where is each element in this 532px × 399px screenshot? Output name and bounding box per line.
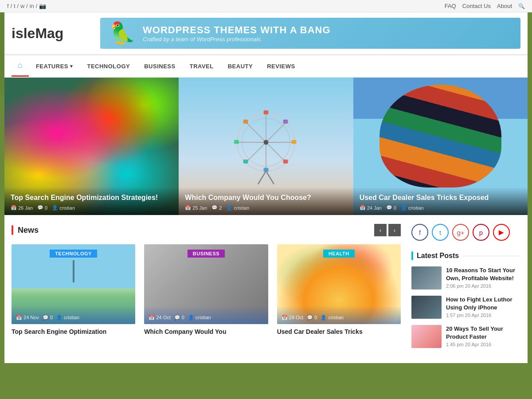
news-grid: TECHNOLOGY 📅 24 Nov 💬 0 (12, 244, 401, 336)
news-img-2: BUSINESS 📅 24 Oct 💬 0 👤 cristian (144, 244, 268, 324)
sidebar-pinterest-btn[interactable]: p (473, 224, 489, 241)
search-icon[interactable]: 🔍 (518, 3, 525, 9)
sidebar-social: f t g+ p ▶ (411, 224, 520, 241)
latest-post-title-3: 20 Ways To Sell Your Product Faster (446, 325, 520, 340)
news-card-title-2: Which Company Would You (144, 328, 268, 336)
banner-headline: WORDPRESS THEMES WITH A BANG (143, 24, 331, 36)
sidebar: f t g+ p ▶ Latest Posts 10 Reasons To (401, 224, 520, 354)
facebook-icon[interactable]: f (7, 3, 9, 9)
news-title-bar (12, 225, 13, 235)
linkedin-icon[interactable]: in (30, 3, 34, 9)
banner-text: WORDPRESS THEMES WITH A BANG Crafted by … (143, 24, 331, 43)
featured-overlay-1: Top Search Engine Optimization Strategie… (4, 187, 179, 215)
featured-overlay-2: Which Company Would You Choose? 📅 25 Jan… (179, 187, 353, 215)
featured-date-1: 📅 26 Jan (11, 205, 33, 211)
svg-rect-14 (283, 120, 288, 124)
latest-post-time-3: 1:45 pm 20 Apr 2016 (446, 342, 520, 347)
instagram-icon[interactable]: 📷 (39, 3, 46, 9)
featured-grid: Top Search Engine Optimization Strategie… (4, 78, 528, 215)
featured-author-2: 👤 cristian (226, 205, 249, 211)
sidebar-googleplus-btn[interactable]: g+ (452, 224, 469, 241)
sidebar-twitter-btn[interactable]: t (432, 224, 449, 241)
separator: / (36, 3, 37, 9)
latest-posts-header: Latest Posts (411, 251, 520, 260)
nav-beauty[interactable]: BEAUTY (221, 57, 260, 76)
featured-item-2[interactable]: Which Company Would You Choose? 📅 25 Jan… (179, 78, 353, 215)
top-bar: f / t / w / in / 📷 FAQ Contact Us About … (0, 0, 532, 12)
svg-line-9 (266, 142, 286, 162)
news-title: News (12, 225, 54, 235)
featured-overlay-3: Used Car Dealer Sales Tricks Exposed 📅 2… (353, 187, 528, 215)
news-badge-2: BUSINESS (144, 250, 268, 258)
top-nav-links: FAQ Contact Us About 🔍 (445, 3, 525, 9)
svg-line-19 (258, 171, 266, 184)
logo-prefix: isle (12, 25, 35, 41)
svg-rect-16 (243, 120, 248, 124)
featured-title-3: Used Car Dealer Sales Tricks Exposed (360, 193, 521, 203)
news-card-title-1: Top Search Engine Optimization (12, 328, 135, 336)
news-card-1[interactable]: TECHNOLOGY 📅 24 Nov 💬 0 (12, 244, 135, 336)
logo-suffix: Mag (35, 25, 63, 41)
header: isleMag 🦜 WORDPRESS THEMES WITH A BANG C… (4, 12, 528, 55)
sidebar-youtube-btn[interactable]: ▶ (493, 224, 510, 241)
latest-post-thumb-1 (411, 266, 442, 289)
news-card-title-3: Used Car Dealer Sales Tricks (277, 328, 401, 336)
latest-post-info-3: 20 Ways To Sell Your Product Faster 1:45… (446, 325, 520, 347)
main-content: News ‹ › TECHNOLOGY (12, 224, 401, 354)
latest-post-time-1: 2:06 pm 20 Apr 2016 (446, 283, 520, 289)
news-meta-2: 📅 24 Oct 💬 0 👤 cristian (149, 315, 263, 321)
nav-travel[interactable]: TRAVEL (183, 57, 221, 76)
latest-post-title-2: How to Fight Lex Luthor Using Only iPhon… (446, 296, 520, 311)
news-meta-3: 📅 24 Oct 💬 0 👤 cristian (282, 315, 396, 321)
latest-post-info-2: How to Fight Lex Luthor Using Only iPhon… (446, 296, 520, 318)
sidebar-facebook-btn[interactable]: f (411, 224, 428, 241)
content-area: News ‹ › TECHNOLOGY (4, 215, 528, 363)
about-link[interactable]: About (497, 3, 512, 9)
svg-rect-15 (243, 160, 248, 164)
news-overlay-2: 📅 24 Oct 💬 0 👤 cristian (144, 306, 268, 324)
banner-bird-icon: 🦜 (109, 23, 136, 44)
latest-post-info-1: 10 Reasons To Start Your Own, Profitable… (446, 266, 520, 289)
svg-point-18 (264, 140, 269, 145)
latest-post-1[interactable]: 10 Reasons To Start Your Own, Profitable… (411, 266, 520, 289)
featured-meta-1: 📅 26 Jan 💬 0 👤 cristian (11, 205, 172, 211)
latest-post-2[interactable]: How to Fight Lex Luthor Using Only iPhon… (411, 296, 520, 319)
banner-subtext: Crafted by a team of WordPress professio… (143, 36, 331, 43)
featured-comments-3: 💬 0 (386, 205, 396, 211)
latest-post-3[interactable]: 20 Ways To Sell Your Product Faster 1:45… (411, 325, 520, 348)
featured-item-3[interactable]: Used Car Dealer Sales Tricks Exposed 📅 2… (353, 78, 528, 215)
svg-rect-12 (234, 140, 239, 144)
news-next-arrow[interactable]: › (388, 224, 401, 236)
main-nav: ⌂ FEATURES TECHNOLOGY BUSINESS TRAVEL BE… (4, 55, 528, 78)
banner-ad[interactable]: 🦜 WORDPRESS THEMES WITH A BANG Crafted b… (100, 18, 520, 49)
site-logo[interactable]: isleMag (12, 25, 91, 42)
contact-link[interactable]: Contact Us (462, 3, 491, 9)
faq-link[interactable]: FAQ (445, 3, 456, 9)
twitter-icon[interactable]: t (14, 3, 16, 9)
news-prev-arrow[interactable]: ‹ (374, 224, 387, 236)
featured-comments-2: 💬 2 (211, 205, 222, 211)
nav-reviews[interactable]: REVIEWS (260, 57, 302, 76)
nav-business[interactable]: BUSINESS (137, 57, 182, 76)
featured-author-1: 👤 cristian (52, 205, 75, 211)
nav-features[interactable]: FEATURES (29, 57, 80, 76)
latest-post-thumb-3 (411, 325, 442, 348)
separator: / (11, 3, 12, 9)
wordpress-icon[interactable]: w (20, 3, 24, 9)
featured-meta-3: 📅 24 Jan 💬 0 👤 cristian (360, 205, 521, 211)
featured-date-2: 📅 25 Jan (185, 205, 207, 211)
featured-item-1[interactable]: Top Search Engine Optimization Strategie… (4, 78, 179, 215)
category-badge-business: BUSINESS (188, 250, 225, 258)
nav-home[interactable]: ⌂ (12, 55, 29, 77)
featured-author-3: 👤 cristian (401, 205, 424, 211)
latest-posts-title-text: Latest Posts (417, 252, 459, 260)
latest-post-title-1: 10 Reasons To Start Your Own, Profitable… (446, 266, 520, 282)
svg-rect-10 (264, 110, 269, 114)
news-card-3[interactable]: HEALTH 📅 24 Oct 💬 0 👤 cristian Used Car (277, 244, 401, 336)
latest-posts-line (462, 256, 520, 256)
nav-technology[interactable]: TECHNOLOGY (80, 57, 137, 76)
latest-post-thumb-2 (411, 296, 442, 319)
category-badge-health: HEALTH (323, 250, 355, 258)
news-card-2[interactable]: BUSINESS 📅 24 Oct 💬 0 👤 cristian Which (144, 244, 268, 336)
svg-line-6 (266, 123, 286, 142)
